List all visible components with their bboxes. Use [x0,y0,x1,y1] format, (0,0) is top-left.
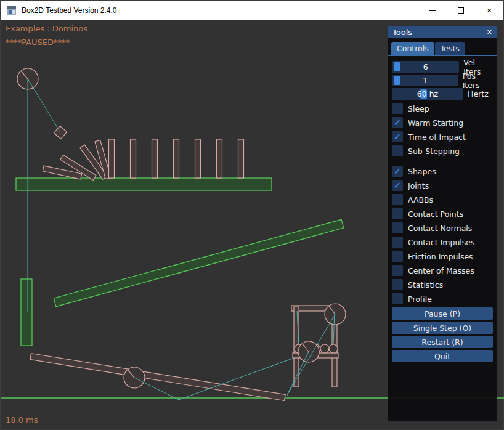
checkbox-box[interactable]: ✓ [392,251,403,262]
checkbox-center-of-masses[interactable]: ✓ Center of Masses [392,265,493,276]
checkbox-friction-impulses[interactable]: ✓ Friction Impulses [392,251,493,262]
checkbox-label: Sub-Stepping [408,147,460,156]
checkbox-sub-stepping[interactable]: ✓ Sub-Stepping [392,145,493,156]
checkbox-box[interactable]: ✓ [392,117,403,128]
minimize-button[interactable] [418,1,447,20]
checkbox-box[interactable]: ✓ [392,265,403,276]
physics-canvas[interactable]: Examples : Dominos ****PAUSED**** 18.0 m… [1,20,503,429]
slider-grab[interactable] [394,62,400,71]
tools-panel-title: Tools [392,28,412,37]
checkbox-label: Shapes [408,167,436,176]
checkbox-box[interactable]: ✓ [392,180,403,191]
window-titlebar: Box2D Testbed Version 2.4.0 ✕ [1,1,503,20]
tab-tests[interactable]: Tests [435,42,465,55]
paused-label: ****PAUSED**** [6,38,70,47]
hertz-row: 60 hz Hertz [392,88,493,100]
checkbox-label: Statistics [408,280,443,290]
checkbox-label: Friction Impulses [408,252,473,261]
maximize-icon [458,7,464,14]
checkbox-profile[interactable]: ✓ Profile [392,293,493,304]
bottom-plank[interactable] [30,354,285,401]
maximize-button[interactable] [447,1,475,20]
checkbox-box[interactable]: ✓ [392,145,403,156]
close-icon: ✕ [486,7,492,15]
slider-value: 1 [423,76,428,85]
tools-panel: Tools ✕ Controls Tests 6 Vel Iters [388,25,497,422]
checkbox-label: Center of Masses [408,266,474,275]
checkbox-statistics[interactable]: ✓ Statistics [392,279,493,290]
tools-panel-titlebar[interactable]: Tools ✕ [388,26,497,38]
checkbox-box[interactable]: ✓ [392,131,403,142]
checkbox-label: Contact Normals [408,224,472,233]
separator [392,161,493,161]
checkbox-label: Contact Points [408,209,463,219]
checkbox-label: Sleep [408,104,429,113]
checkbox-label: Joints [408,181,429,190]
single-step-button[interactable]: Single Step (O) [392,322,493,334]
panel-close-icon[interactable]: ✕ [487,28,492,36]
vel-iters-slider[interactable]: 6 [392,61,459,73]
tab-bar: Controls Tests [388,38,497,56]
frame-time-label: 18.0 ms [6,415,38,424]
checkbox-contact-impulses[interactable]: ✓ Contact Impulses [392,237,493,248]
vertical-post [21,279,32,346]
quit-button[interactable]: Quit [392,350,493,362]
window-title: Box2D Testbed Version 2.4.0 [22,6,117,15]
domino-shelf [16,178,272,190]
checkbox-box[interactable]: ✓ [392,222,403,233]
slider-grab[interactable] [394,76,400,85]
checkbox-box[interactable]: ✓ [392,237,403,248]
checkbox-contact-normals[interactable]: ✓ Contact Normals [392,222,493,233]
pause-button[interactable]: Pause (P) [392,307,493,320]
checkbox-joints[interactable]: ✓ Joints [392,180,493,191]
checkbox-label: Time of Impact [408,132,466,142]
slider-label: Pos Iters [463,71,493,90]
checkbox-time-of-impact[interactable]: ✓ Time of Impact [392,131,493,142]
checkbox-box[interactable]: ✓ [392,279,403,290]
check-icon: ✓ [394,118,402,128]
restart-button[interactable]: Restart (R) [392,336,493,348]
fallen-dominoes[interactable] [43,140,111,180]
slider-value: 60 hz [417,89,438,99]
checkbox-box[interactable]: ✓ [392,194,403,205]
checkbox-box[interactable]: ✓ [392,166,403,177]
pos-iters-row: 1 Pos Iters [392,75,493,86]
checkbox-box[interactable]: ✓ [392,103,403,114]
checkbox-shapes[interactable]: ✓ Shapes [392,166,493,177]
app-icon [7,6,17,15]
checkbox-sleep[interactable]: ✓ Sleep [392,103,493,114]
panel-content: 6 Vel Iters 1 Pos Iters 60 hz [388,56,497,367]
minimize-icon [429,10,436,11]
close-button[interactable]: ✕ [475,1,503,20]
check-icon: ✓ [394,132,402,142]
tab-controls[interactable]: Controls [391,42,434,55]
standing-dominoes[interactable] [109,139,244,178]
angled-plank-static [54,219,344,306]
checkbox-aabbs[interactable]: ✓ AABBs [392,194,493,205]
checkbox-label: Contact Impulses [408,238,475,247]
app-window: Box2D Testbed Version 2.4.0 ✕ [0,0,504,430]
hertz-slider[interactable]: 60 hz [392,88,463,100]
pos-iters-slider[interactable]: 1 [392,75,458,86]
check-icon: ✓ [394,167,402,176]
checkbox-box[interactable]: ✓ [392,293,403,304]
checkbox-label: Warm Starting [408,118,463,128]
check-icon: ✓ [394,181,402,190]
checkbox-label: Profile [408,294,432,304]
checkbox-label: AABBs [408,195,433,205]
window-controls: ✕ [418,1,503,20]
checkbox-box[interactable]: ✓ [392,208,403,219]
slider-value: 6 [423,62,428,71]
checkbox-warm-starting[interactable]: ✓ Warm Starting [392,117,493,128]
slider-label: Hertz [468,89,489,99]
checkbox-contact-points[interactable]: ✓ Contact Points [392,208,493,219]
example-label: Examples : Dominos [6,24,87,33]
